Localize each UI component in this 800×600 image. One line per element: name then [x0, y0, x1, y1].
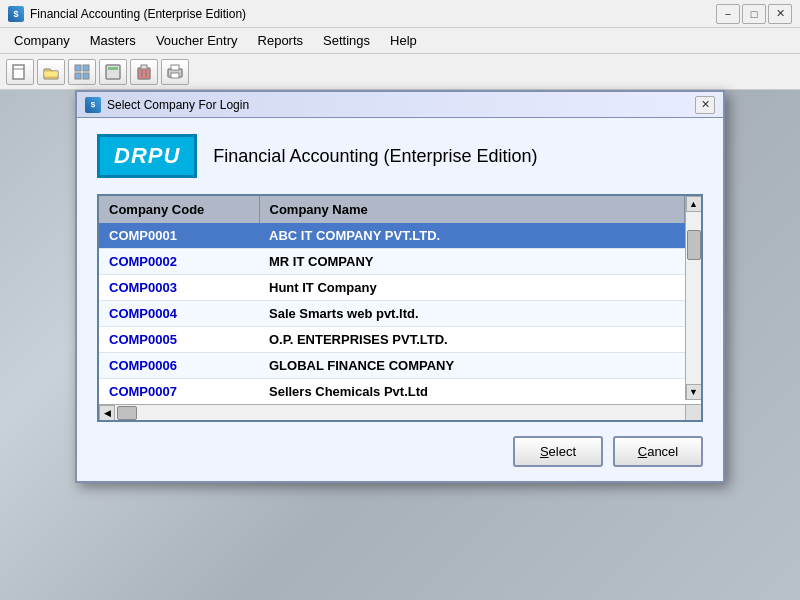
- company-code-cell: COMP0003: [99, 275, 259, 301]
- company-name-cell: MR IT COMPANY: [259, 249, 685, 275]
- scroll-down-arrow[interactable]: ▼: [686, 384, 702, 400]
- svg-rect-14: [171, 73, 179, 78]
- menu-masters[interactable]: Masters: [80, 30, 146, 51]
- dialog-title: Select Company For Login: [107, 98, 695, 112]
- table-row[interactable]: COMP0005O.P. ENTERPRISES PVT.LTD.: [99, 327, 685, 353]
- toolbar: [0, 54, 800, 90]
- app-icon: $: [8, 6, 24, 22]
- close-button[interactable]: ✕: [768, 4, 792, 24]
- toolbar-open-button[interactable]: [37, 59, 65, 85]
- company-table: Company Code Company Name COMP0001ABC IT…: [99, 196, 685, 405]
- app-title: Financial Accounting (Enterprise Edition…: [30, 7, 716, 21]
- svg-rect-5: [83, 73, 89, 79]
- title-bar: $ Financial Accounting (Enterprise Editi…: [0, 0, 800, 28]
- table-row[interactable]: COMP0003Hunt IT Company: [99, 275, 685, 301]
- cancel-button[interactable]: Cancel: [613, 436, 703, 467]
- table-row[interactable]: COMP0004Sale Smarts web pvt.ltd.: [99, 301, 685, 327]
- menu-bar: Company Masters Voucher Entry Reports Se…: [0, 28, 800, 54]
- toolbar-print-button[interactable]: [161, 59, 189, 85]
- scroll-up-arrow[interactable]: ▲: [686, 196, 702, 212]
- company-code-cell: COMP0006: [99, 353, 259, 379]
- table-row[interactable]: COMP0006GLOBAL FINANCE COMPANY: [99, 353, 685, 379]
- svg-rect-13: [171, 65, 179, 70]
- dialog-buttons: Select Cancel: [97, 436, 703, 467]
- scroll-left-arrow[interactable]: ◀: [99, 405, 115, 421]
- minimize-button[interactable]: −: [716, 4, 740, 24]
- svg-rect-3: [83, 65, 89, 71]
- menu-voucher-entry[interactable]: Voucher Entry: [146, 30, 248, 51]
- company-name-cell: O.P. ENTERPRISES PVT.LTD.: [259, 327, 685, 353]
- company-code-cell: COMP0005: [99, 327, 259, 353]
- cancel-rest: ancel: [647, 444, 678, 459]
- scrollbar-corner: [685, 404, 701, 420]
- table-row[interactable]: COMP0002MR IT COMPANY: [99, 249, 685, 275]
- scroll-h-thumb[interactable]: [117, 406, 137, 420]
- toolbar-grid-button[interactable]: [68, 59, 96, 85]
- svg-rect-4: [75, 73, 81, 79]
- company-code-cell: COMP0007: [99, 379, 259, 405]
- column-header-code: Company Code: [99, 196, 259, 223]
- dialog-icon: $: [85, 97, 101, 113]
- select-underline: S: [540, 444, 549, 459]
- dialog-header: DRPU Financial Accounting (Enterprise Ed…: [97, 134, 703, 178]
- company-code-cell: COMP0002: [99, 249, 259, 275]
- table-row[interactable]: COMP0007Sellers Chemicals Pvt.Ltd: [99, 379, 685, 405]
- company-code-cell: COMP0001: [99, 223, 259, 249]
- scroll-thumb[interactable]: [687, 230, 701, 260]
- select-rest: elect: [549, 444, 576, 459]
- toolbar-calculator-button[interactable]: [99, 59, 127, 85]
- vertical-scrollbar[interactable]: ▲ ▼: [685, 196, 701, 400]
- table-row[interactable]: COMP0001ABC IT COMPANY PVT.LTD.: [99, 223, 685, 249]
- menu-help[interactable]: Help: [380, 30, 427, 51]
- toolbar-new-button[interactable]: [6, 59, 34, 85]
- dialog-close-button[interactable]: ✕: [695, 96, 715, 114]
- menu-company[interactable]: Company: [4, 30, 80, 51]
- company-name-cell: Sale Smarts web pvt.ltd.: [259, 301, 685, 327]
- select-company-dialog: $ Select Company For Login ✕ DRPU Financ…: [75, 90, 725, 483]
- window-controls: − □ ✕: [716, 4, 792, 24]
- column-header-name: Company Name: [259, 196, 685, 223]
- svg-rect-0: [13, 65, 24, 79]
- select-button[interactable]: Select: [513, 436, 603, 467]
- dialog-body: DRPU Financial Accounting (Enterprise Ed…: [77, 118, 723, 481]
- svg-rect-2: [75, 65, 81, 71]
- dialog-app-title: Financial Accounting (Enterprise Edition…: [213, 146, 537, 167]
- menu-settings[interactable]: Settings: [313, 30, 380, 51]
- company-code-cell: COMP0004: [99, 301, 259, 327]
- svg-rect-9: [141, 65, 147, 69]
- company-name-cell: ABC IT COMPANY PVT.LTD.: [259, 223, 685, 249]
- cancel-underline: C: [638, 444, 647, 459]
- maximize-button[interactable]: □: [742, 4, 766, 24]
- horizontal-scrollbar[interactable]: ◀: [99, 404, 685, 420]
- menu-reports[interactable]: Reports: [248, 30, 314, 51]
- svg-rect-8: [138, 68, 150, 79]
- company-table-wrapper: ▲ ▼ ◀ Company Code: [97, 194, 703, 422]
- company-name-cell: Hunt IT Company: [259, 275, 685, 301]
- toolbar-delete-button[interactable]: [130, 59, 158, 85]
- dialog-title-bar: $ Select Company For Login ✕: [77, 92, 723, 118]
- drpu-logo: DRPU: [97, 134, 197, 178]
- company-name-cell: Sellers Chemicals Pvt.Ltd: [259, 379, 685, 405]
- svg-rect-7: [108, 67, 118, 70]
- company-name-cell: GLOBAL FINANCE COMPANY: [259, 353, 685, 379]
